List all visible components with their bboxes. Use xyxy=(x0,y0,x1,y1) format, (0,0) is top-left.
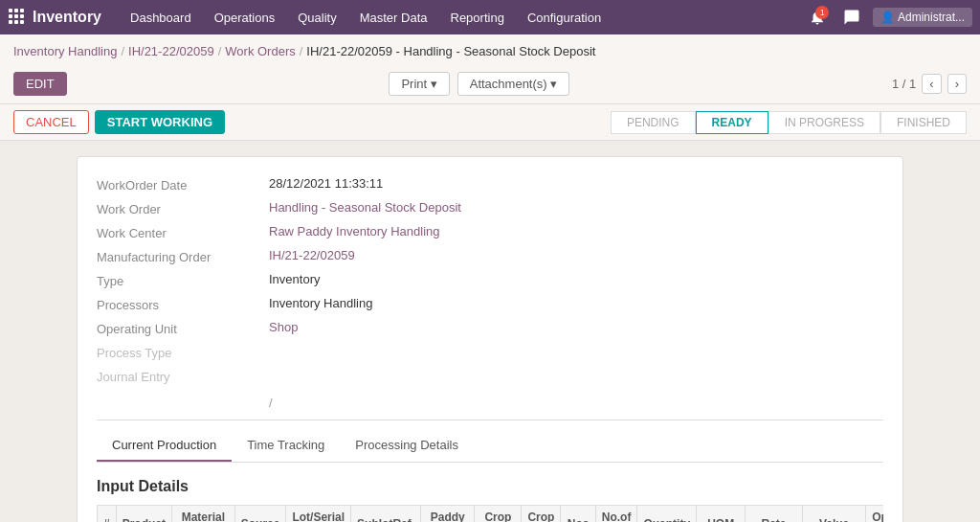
brand-name: Inventory xyxy=(33,9,101,26)
nav-right: 1 👤 Administrat... xyxy=(804,4,972,31)
form-row-processors: Processors Inventory Handling xyxy=(97,296,883,312)
label-journal-entry: Journal Entry xyxy=(97,368,269,384)
svg-rect-3 xyxy=(9,14,12,18)
input-details-table: # Product Material Type Source Lot/Seria… xyxy=(97,505,883,522)
status-in-progress[interactable]: IN PROGRESS xyxy=(768,111,880,134)
pagination-text: 1 / 1 xyxy=(892,77,916,91)
input-details-section: Input Details # Product Material Type So… xyxy=(97,478,883,522)
form-slash: / xyxy=(97,392,883,410)
main-content: WorkOrder Date 28/12/2021 11:33:11 Work … xyxy=(0,141,980,522)
value-work-order[interactable]: Handling - Seasonal Stock Deposit xyxy=(269,200,461,215)
status-pending[interactable]: PENDING xyxy=(611,111,696,134)
tab-processing-details[interactable]: Processing Details xyxy=(340,430,474,462)
status-indicators: PENDING READY IN PROGRESS FINISHED xyxy=(611,111,967,134)
label-process-type: Process Type xyxy=(97,344,269,360)
col-paddy-status: Paddy Status xyxy=(421,506,475,523)
nav-items: Dashboard Operations Quality Master Data… xyxy=(121,5,804,31)
svg-rect-8 xyxy=(20,20,24,24)
col-product: Product xyxy=(116,506,171,523)
nav-reporting[interactable]: Reporting xyxy=(441,5,514,31)
col-no-bags: No.of Bags xyxy=(595,506,637,523)
table-container: # Product Material Type Source Lot/Seria… xyxy=(97,505,883,522)
print-button[interactable]: Print ▾ xyxy=(389,72,449,96)
label-operating-unit: Operating Unit xyxy=(97,320,269,336)
user-avatar-icon: 👤 xyxy=(880,11,898,24)
value-type: Inventory xyxy=(269,272,320,286)
col-source: Source xyxy=(234,506,286,523)
prev-button[interactable]: ‹ xyxy=(922,74,941,94)
user-name: Administrat... xyxy=(898,11,965,24)
nav-quality[interactable]: Quality xyxy=(288,5,345,31)
user-menu[interactable]: 👤 Administrat... xyxy=(873,8,972,27)
toolbar: EDIT Print ▾ Attachment(s) ▾ 1 / 1 ‹ › xyxy=(0,68,980,104)
apps-icon[interactable] xyxy=(8,8,25,28)
col-quantity: Quantity xyxy=(637,506,697,523)
label-work-center: Work Center xyxy=(97,224,269,240)
cancel-button[interactable]: CANCEL xyxy=(13,110,89,134)
nav-configuration[interactable]: Configuration xyxy=(518,5,611,31)
svg-rect-0 xyxy=(9,9,12,12)
svg-rect-4 xyxy=(14,14,18,18)
status-finished[interactable]: FINISHED xyxy=(880,111,967,134)
label-work-order: Work Order xyxy=(97,200,269,216)
top-navigation: Inventory Dashboard Operations Quality M… xyxy=(0,0,980,34)
toolbar-center-actions: Print ▾ Attachment(s) ▾ xyxy=(75,72,884,96)
notifications-icon[interactable]: 1 xyxy=(804,4,831,31)
chat-icon[interactable] xyxy=(838,4,865,31)
col-uom: UOM xyxy=(697,506,746,523)
col-lot-serial: Lot/Serial Number xyxy=(286,506,351,523)
svg-rect-5 xyxy=(20,14,24,18)
status-ready[interactable]: READY xyxy=(696,111,768,134)
svg-rect-6 xyxy=(9,20,12,24)
form-row-workorder-date: WorkOrder Date 28/12/2021 11:33:11 xyxy=(97,176,883,193)
breadcrumb-ih-number[interactable]: IH/21-22/02059 xyxy=(128,44,214,58)
form-row-journal-entry: Journal Entry xyxy=(97,368,883,384)
sep1: / xyxy=(121,44,124,58)
attachments-button[interactable]: Attachment(s) ▾ xyxy=(457,72,570,96)
section-title-input-details: Input Details xyxy=(97,478,883,495)
start-working-button[interactable]: START WORKING xyxy=(95,110,225,134)
svg-rect-7 xyxy=(14,20,18,24)
form-row-type: Type Inventory xyxy=(97,272,883,288)
notification-badge: 1 xyxy=(815,6,829,19)
next-button[interactable]: › xyxy=(947,74,967,94)
form-row-work-order: Work Order Handling - Seasonal Stock Dep… xyxy=(97,200,883,216)
form-row-work-center: Work Center Raw Paddy Inventory Handling xyxy=(97,224,883,240)
nav-dashboard[interactable]: Dashboard xyxy=(121,5,201,31)
value-work-center[interactable]: Raw Paddy Inventory Handling xyxy=(269,224,440,238)
tab-current-production[interactable]: Current Production xyxy=(97,430,232,462)
label-workorder-date: WorkOrder Date xyxy=(97,176,269,193)
action-status-bar: CANCEL START WORKING PENDING READY IN PR… xyxy=(0,104,980,141)
breadcrumb: Inventory Handling / IH/21-22/02059 / Wo… xyxy=(0,34,980,68)
breadcrumb-inventory-handling[interactable]: Inventory Handling xyxy=(13,44,117,58)
value-manufacturing-order[interactable]: IH/21-22/02059 xyxy=(269,248,355,262)
table-header-row: # Product Material Type Source Lot/Seria… xyxy=(98,506,884,523)
nav-master-data[interactable]: Master Data xyxy=(350,5,437,31)
sep3: / xyxy=(300,44,303,58)
sep2: / xyxy=(218,44,222,58)
col-num: # xyxy=(98,506,117,523)
value-operating-unit[interactable]: Shop xyxy=(269,320,298,334)
nav-operations[interactable]: Operations xyxy=(205,5,285,31)
col-value: Value xyxy=(802,506,865,523)
col-crop-year: Crop Year xyxy=(522,506,561,523)
value-processors: Inventory Handling xyxy=(269,296,372,310)
form-card: WorkOrder Date 28/12/2021 11:33:11 Work … xyxy=(77,156,903,522)
col-material-type: Material Type xyxy=(172,506,235,523)
value-workorder-date: 28/12/2021 11:33:11 xyxy=(269,176,383,191)
breadcrumb-work-orders[interactable]: Work Orders xyxy=(225,44,295,58)
tab-time-tracking[interactable]: Time Tracking xyxy=(232,430,340,462)
col-sublot: SubIotRef. xyxy=(351,506,421,523)
edit-button[interactable]: EDIT xyxy=(13,72,67,96)
form-row-manufacturing-order: Manufacturing Order IH/21-22/02059 xyxy=(97,248,883,264)
label-processors: Processors xyxy=(97,296,269,312)
label-manufacturing-order: Manufacturing Order xyxy=(97,248,269,264)
action-buttons: CANCEL START WORKING xyxy=(13,110,225,134)
form-row-operating-unit: Operating Unit Shop xyxy=(97,320,883,336)
form-row-process-type: Process Type xyxy=(97,344,883,360)
breadcrumb-current: IH/21-22/02059 - Handling - Seasonal Sto… xyxy=(306,44,595,58)
toolbar-right: 1 / 1 ‹ › xyxy=(892,74,967,94)
col-crop-month: Crop Month xyxy=(475,506,522,523)
label-type: Type xyxy=(97,272,269,288)
col-nos: Nos xyxy=(561,506,595,523)
